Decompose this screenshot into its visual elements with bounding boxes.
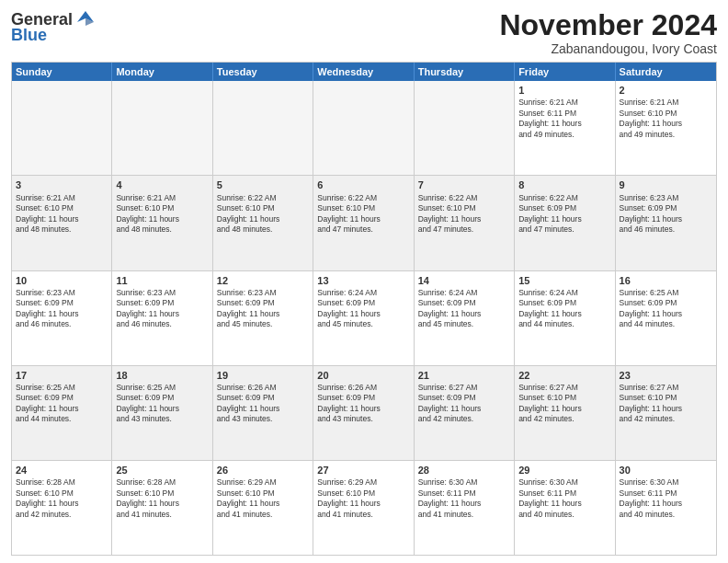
day-info: Sunrise: 6:27 AM Sunset: 6:10 PM Dayligh… [518,383,610,425]
day-info: Sunrise: 6:29 AM Sunset: 6:10 PM Dayligh… [217,477,309,520]
day-number: 27 [317,464,409,477]
day-number: 12 [217,274,309,287]
cal-cell [213,81,313,175]
day-number: 20 [317,369,409,382]
cal-cell: 14Sunrise: 6:24 AM Sunset: 6:09 PM Dayli… [415,271,515,365]
cal-cell [12,81,112,175]
cal-cell: 30Sunrise: 6:30 AM Sunset: 6:11 PM Dayli… [616,461,716,555]
day-number: 16 [620,274,712,287]
cal-header-cell-thursday: Thursday [415,63,515,81]
cal-cell: 12Sunrise: 6:23 AM Sunset: 6:09 PM Dayli… [213,271,313,365]
day-info: Sunrise: 6:23 AM Sunset: 6:09 PM Dayligh… [116,288,208,330]
day-info: Sunrise: 6:27 AM Sunset: 6:10 PM Dayligh… [620,383,712,425]
cal-row-2: 10Sunrise: 6:23 AM Sunset: 6:09 PM Dayli… [12,270,716,365]
logo-blue-text: Blue [11,26,47,45]
day-number: 13 [317,274,409,287]
day-number: 22 [518,369,610,382]
cal-cell: 25Sunrise: 6:28 AM Sunset: 6:10 PM Dayli… [112,461,212,555]
cal-cell: 21Sunrise: 6:27 AM Sunset: 6:09 PM Dayli… [415,366,515,460]
page: General Blue November 2024 Zabanandougou… [0,0,728,563]
day-info: Sunrise: 6:23 AM Sunset: 6:09 PM Dayligh… [620,193,712,236]
day-info: Sunrise: 6:29 AM Sunset: 6:10 PM Dayligh… [317,477,409,520]
cal-header-cell-monday: Monday [112,63,212,81]
day-number: 30 [620,464,712,477]
cal-cell: 23Sunrise: 6:27 AM Sunset: 6:10 PM Dayli… [616,366,716,460]
day-info: Sunrise: 6:27 AM Sunset: 6:09 PM Dayligh… [418,383,510,425]
day-info: Sunrise: 6:25 AM Sunset: 6:09 PM Dayligh… [16,383,108,425]
cal-header-cell-saturday: Saturday [616,63,716,81]
cal-cell: 27Sunrise: 6:29 AM Sunset: 6:10 PM Dayli… [313,461,414,555]
day-number: 28 [418,464,510,477]
cal-cell: 9Sunrise: 6:23 AM Sunset: 6:09 PM Daylig… [616,176,716,270]
cal-cell: 28Sunrise: 6:30 AM Sunset: 6:11 PM Dayli… [415,461,515,555]
day-number: 24 [16,464,108,477]
cal-cell: 2Sunrise: 6:21 AM Sunset: 6:10 PM Daylig… [616,81,716,175]
day-number: 9 [620,178,712,191]
day-info: Sunrise: 6:30 AM Sunset: 6:11 PM Dayligh… [418,477,510,520]
day-info: Sunrise: 6:21 AM Sunset: 6:10 PM Dayligh… [16,193,108,236]
day-info: Sunrise: 6:22 AM Sunset: 6:10 PM Dayligh… [217,193,309,236]
cal-cell: 8Sunrise: 6:22 AM Sunset: 6:09 PM Daylig… [515,176,615,270]
day-info: Sunrise: 6:21 AM Sunset: 6:11 PM Dayligh… [518,98,610,140]
cal-cell: 16Sunrise: 6:25 AM Sunset: 6:09 PM Dayli… [616,271,716,365]
cal-cell: 11Sunrise: 6:23 AM Sunset: 6:09 PM Dayli… [112,271,212,365]
day-number: 15 [518,274,610,287]
cal-cell: 7Sunrise: 6:22 AM Sunset: 6:10 PM Daylig… [415,176,515,270]
day-number: 29 [518,464,610,477]
day-number: 23 [620,369,712,382]
cal-header-cell-sunday: Sunday [12,63,112,81]
cal-cell: 29Sunrise: 6:30 AM Sunset: 6:11 PM Dayli… [515,461,615,555]
day-number: 14 [418,274,510,287]
location-title: Zabanandougou, Ivory Coast [499,41,717,56]
cal-cell: 10Sunrise: 6:23 AM Sunset: 6:09 PM Dayli… [12,271,112,365]
day-info: Sunrise: 6:28 AM Sunset: 6:10 PM Dayligh… [116,477,208,520]
day-number: 25 [116,464,208,477]
day-info: Sunrise: 6:30 AM Sunset: 6:11 PM Dayligh… [620,477,712,520]
day-info: Sunrise: 6:25 AM Sunset: 6:09 PM Dayligh… [620,288,712,330]
day-info: Sunrise: 6:23 AM Sunset: 6:09 PM Dayligh… [217,288,309,330]
day-number: 7 [418,178,510,191]
logo: General Blue [11,9,97,45]
day-number: 1 [518,84,610,97]
day-info: Sunrise: 6:28 AM Sunset: 6:10 PM Dayligh… [16,477,108,520]
day-info: Sunrise: 6:24 AM Sunset: 6:09 PM Dayligh… [317,288,409,330]
day-number: 17 [16,369,108,382]
day-number: 2 [620,84,712,97]
cal-cell [112,81,212,175]
day-info: Sunrise: 6:21 AM Sunset: 6:10 PM Dayligh… [620,98,712,140]
day-info: Sunrise: 6:23 AM Sunset: 6:09 PM Dayligh… [16,288,108,330]
month-title: November 2024 [499,9,717,41]
day-number: 26 [217,464,309,477]
cal-header-cell-friday: Friday [515,63,615,81]
day-info: Sunrise: 6:25 AM Sunset: 6:09 PM Dayligh… [116,383,208,425]
day-info: Sunrise: 6:30 AM Sunset: 6:11 PM Dayligh… [518,477,610,520]
day-number: 4 [116,178,208,191]
day-number: 18 [116,369,208,382]
cal-cell: 22Sunrise: 6:27 AM Sunset: 6:10 PM Dayli… [515,366,615,460]
logo-bird-icon [75,9,96,29]
cal-cell: 20Sunrise: 6:26 AM Sunset: 6:09 PM Dayli… [313,366,414,460]
title-block: November 2024 Zabanandougou, Ivory Coast [499,9,717,56]
cal-cell: 18Sunrise: 6:25 AM Sunset: 6:09 PM Dayli… [112,366,212,460]
cal-cell: 6Sunrise: 6:22 AM Sunset: 6:10 PM Daylig… [313,176,414,270]
day-number: 10 [16,274,108,287]
cal-row-3: 17Sunrise: 6:25 AM Sunset: 6:09 PM Dayli… [12,365,716,460]
day-number: 11 [116,274,208,287]
day-info: Sunrise: 6:24 AM Sunset: 6:09 PM Dayligh… [418,288,510,330]
cal-cell: 17Sunrise: 6:25 AM Sunset: 6:09 PM Dayli… [12,366,112,460]
day-info: Sunrise: 6:22 AM Sunset: 6:10 PM Dayligh… [418,193,510,236]
cal-cell: 13Sunrise: 6:24 AM Sunset: 6:09 PM Dayli… [313,271,414,365]
cal-cell: 5Sunrise: 6:22 AM Sunset: 6:10 PM Daylig… [213,176,313,270]
cal-cell: 26Sunrise: 6:29 AM Sunset: 6:10 PM Dayli… [213,461,313,555]
cal-header-cell-wednesday: Wednesday [313,63,414,81]
cal-cell: 24Sunrise: 6:28 AM Sunset: 6:10 PM Dayli… [12,461,112,555]
cal-row-1: 3Sunrise: 6:21 AM Sunset: 6:10 PM Daylig… [12,175,716,270]
cal-cell: 19Sunrise: 6:26 AM Sunset: 6:09 PM Dayli… [213,366,313,460]
cal-cell [313,81,414,175]
day-number: 3 [16,178,108,191]
calendar: SundayMondayTuesdayWednesdayThursdayFrid… [11,62,717,556]
day-info: Sunrise: 6:26 AM Sunset: 6:09 PM Dayligh… [217,383,309,425]
cal-cell: 4Sunrise: 6:21 AM Sunset: 6:10 PM Daylig… [112,176,212,270]
cal-cell: 1Sunrise: 6:21 AM Sunset: 6:11 PM Daylig… [515,81,615,175]
day-info: Sunrise: 6:24 AM Sunset: 6:09 PM Dayligh… [518,288,610,330]
